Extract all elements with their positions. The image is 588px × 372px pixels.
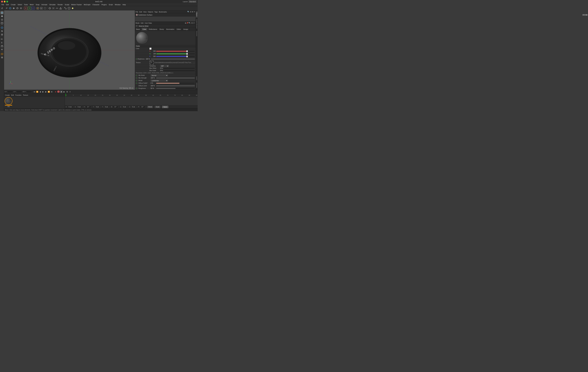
tab-editor[interactable]: Editor <box>176 28 182 31</box>
b-slider[interactable] <box>156 56 195 57</box>
brightness-slider[interactable] <box>151 59 195 60</box>
rotate-tool[interactable] <box>0 21 4 25</box>
menu-create[interactable]: Create <box>10 3 17 6</box>
menu-help[interactable]: Help <box>122 3 127 6</box>
menu-simulate[interactable]: Simulate <box>48 3 56 6</box>
edit-item[interactable]: Edit <box>141 22 144 24</box>
tab-assign[interactable]: Assign <box>182 28 189 31</box>
paint-tool[interactable] <box>0 48 4 51</box>
prev-frame-btn[interactable]: ⏪ <box>36 90 39 93</box>
next-keyframe-btn[interactable]: ▶ <box>45 90 47 93</box>
texture-browse-btn[interactable]: … <box>193 62 195 64</box>
file-menu[interactable]: File <box>136 11 138 13</box>
scale-btn[interactable] <box>19 7 22 10</box>
mix-strength-slider[interactable] <box>156 78 195 78</box>
roughness-checkbox[interactable]: ● <box>136 88 137 89</box>
z2-coord-input[interactable] <box>131 106 136 108</box>
motion-clip-btn[interactable]: ▶ <box>63 90 65 93</box>
collapse-icon2[interactable]: ⊟ <box>191 22 192 24</box>
model-select[interactable]: Lambertian Oren-Nayar <box>151 80 168 82</box>
menu-character[interactable]: Character <box>92 3 100 6</box>
record-btn[interactable]: ● <box>54 90 57 93</box>
render-viewport[interactable] <box>40 7 43 10</box>
texture-view[interactable] <box>67 7 71 10</box>
x-coord-input[interactable] <box>67 106 73 108</box>
prev-keyframe-btn[interactable]: ◀ <box>39 90 42 93</box>
next-frame-btn[interactable]: ⏩ <box>48 90 50 93</box>
arrow-left-icon[interactable]: ◀ <box>185 22 186 24</box>
bookmarks-menu[interactable]: Bookmarks <box>159 11 167 13</box>
diffuse-falloff-checkbox[interactable]: ● <box>136 83 137 84</box>
undo-button[interactable]: ↺ <box>0 7 4 10</box>
blur-scale-slider[interactable] <box>164 70 195 71</box>
edit-mat-menu[interactable]: Edit <box>11 94 14 96</box>
menu-render[interactable]: Render <box>57 3 64 6</box>
z-coord-input[interactable] <box>122 106 127 108</box>
brightness-checkbox[interactable]: ● <box>136 58 137 60</box>
create-mat-menu[interactable]: Create <box>5 94 10 96</box>
sculpt-tool[interactable]: S <box>0 41 4 44</box>
p-coord-input[interactable] <box>140 106 145 108</box>
move-tool[interactable] <box>0 15 4 18</box>
render-active-view[interactable] <box>36 7 39 10</box>
content-browser-tab[interactable]: Content Browser <box>196 18 198 30</box>
x-axis-btn[interactable]: X <box>24 7 27 10</box>
menu-snap[interactable]: Snap <box>35 3 40 6</box>
maximize-button[interactable] <box>6 1 8 2</box>
texture-tool[interactable] <box>0 44 4 48</box>
triangle-tool[interactable] <box>59 7 62 10</box>
menu-script[interactable]: Script <box>108 3 114 6</box>
undo-icon[interactable]: ↺ <box>5 7 8 10</box>
edge-mode[interactable] <box>0 30 4 33</box>
color-swatch[interactable] <box>149 48 151 50</box>
objects-tab[interactable]: Objects <box>196 11 198 18</box>
texture-mat-menu[interactable]: Texture <box>23 94 28 96</box>
rotate-btn[interactable] <box>16 7 19 10</box>
h-coord-input[interactable] <box>85 106 91 108</box>
light-btn[interactable] <box>71 7 74 10</box>
filter-icon[interactable]: ⊞ <box>192 11 193 13</box>
sampling-select[interactable]: MIP None SAT <box>160 65 169 67</box>
menu-tools[interactable]: Tools <box>23 3 29 6</box>
mix-strength-checkbox[interactable]: ● <box>136 77 137 79</box>
menu-animate[interactable]: Animate <box>41 3 48 6</box>
tags-menu[interactable]: Tags <box>154 11 158 13</box>
x2-coord-input[interactable] <box>76 106 82 108</box>
mix-mode-checkbox[interactable]: ● <box>136 75 137 76</box>
mode-item[interactable]: Mode <box>136 22 140 24</box>
tab-illumination[interactable]: Illumination <box>165 28 176 31</box>
graph-view-btn[interactable]: ≡ <box>69 90 71 93</box>
go-to-start-btn[interactable]: ⏮ <box>33 90 36 93</box>
pin-icon[interactable]: 📌 <box>186 22 188 24</box>
scale-tool[interactable] <box>0 18 4 21</box>
view-menu2[interactable]: View <box>143 11 147 13</box>
snap-enable[interactable] <box>48 7 51 10</box>
menu-motion tracker[interactable]: Motion Tracker <box>70 3 83 6</box>
record-mode-btn[interactable]: ■ <box>60 90 63 93</box>
mat-manager[interactable] <box>0 53 4 56</box>
menu-sculpt[interactable]: Sculpt <box>64 3 70 6</box>
mat-ball-mat[interactable]: Mat <box>5 97 12 107</box>
model-mode-btn[interactable] <box>9 7 12 10</box>
y-axis-btn[interactable]: Y <box>28 7 31 10</box>
mix-mode-select[interactable]: Normal Multiply Screen <box>151 74 168 76</box>
timeline-view-btn[interactable]: ⊞ <box>66 90 68 93</box>
move-btn[interactable] <box>12 7 15 10</box>
tweak-mode[interactable] <box>0 37 4 41</box>
snap-options[interactable] <box>52 7 55 10</box>
select-tool[interactable] <box>0 11 4 14</box>
viewport[interactable]: View Cameras Display Options Filter Pane… <box>4 11 135 90</box>
function-mat-menu[interactable]: Function <box>15 94 21 96</box>
play-btn[interactable]: ▶ <box>42 90 44 93</box>
scale-button[interactable]: Scale <box>155 106 160 108</box>
structure-tab[interactable]: Structure <box>196 30 198 37</box>
tab-reflectance[interactable]: Reflectance <box>147 28 158 31</box>
auto-key-btn[interactable]: A <box>57 90 60 93</box>
y2-coord-input[interactable] <box>104 106 109 108</box>
go-to-end-btn[interactable]: ⏭ <box>51 90 53 93</box>
texture-thumbnail[interactable] <box>149 60 154 65</box>
menu-window[interactable]: Window <box>114 3 121 6</box>
user-data-item[interactable]: User Data <box>145 22 152 24</box>
timeline-track-area[interactable] <box>65 96 198 105</box>
object-mode[interactable] <box>0 26 4 29</box>
